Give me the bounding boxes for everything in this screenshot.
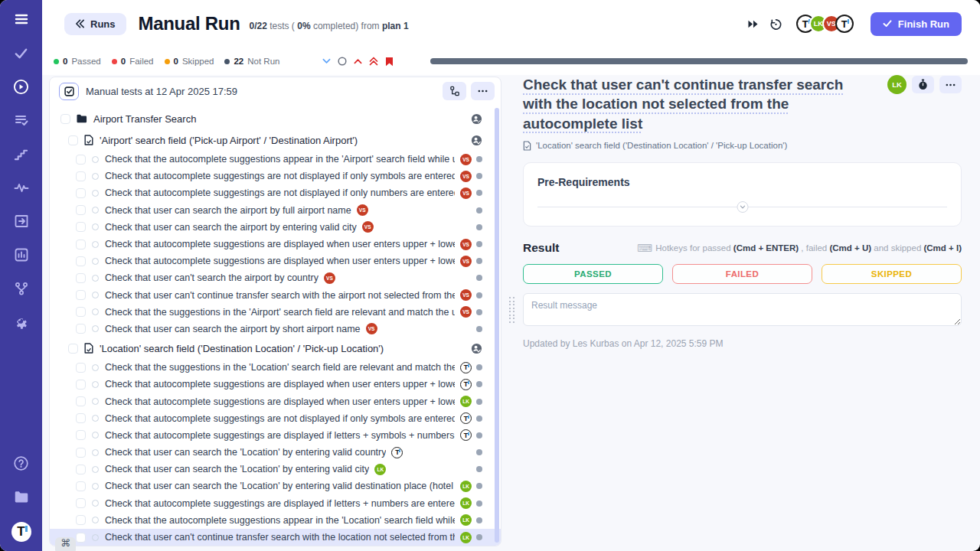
chevron-up-icon[interactable] <box>354 58 362 64</box>
help-icon[interactable] <box>13 455 30 471</box>
runs-play-icon[interactable] <box>13 78 30 95</box>
assignee-avatar-lk[interactable]: LK <box>374 464 386 475</box>
row-checkbox[interactable] <box>76 430 86 440</box>
row-checkbox[interactable] <box>76 222 86 232</box>
test-row[interactable]: Check that user can search the airport b… <box>50 321 501 337</box>
test-row[interactable]: Check that user can search the 'Location… <box>50 478 501 494</box>
passed-button[interactable]: PASSED <box>523 264 663 284</box>
test-row[interactable]: Check that autocomplete suggestions are … <box>50 236 501 253</box>
row-checkbox[interactable] <box>60 114 70 124</box>
assignee-avatar-lk[interactable]: LK <box>460 497 472 509</box>
member-avatar-t[interactable]: T <box>835 15 854 33</box>
fast-forward-icon[interactable] <box>747 19 759 29</box>
status-chip-skipped[interactable]: 0Skipped <box>165 57 214 66</box>
assignee-avatar-lk[interactable]: LK <box>460 396 472 407</box>
assignee-avatar-vs[interactable]: VS <box>460 239 472 250</box>
panel-resize-handle[interactable] <box>509 297 514 323</box>
row-checkbox[interactable] <box>76 155 86 165</box>
assignee-avatar-lk[interactable]: LK <box>460 481 472 492</box>
folder-row[interactable]: Airport Transfer Search <box>50 108 501 129</box>
double-chevron-up-icon[interactable] <box>369 57 378 66</box>
test-row[interactable]: Check that autocomplete suggestings are … <box>50 410 501 427</box>
test-row[interactable]: Check that autocomplete suggestings are … <box>50 495 501 512</box>
test-row[interactable]: Check that the suggestions in the 'Airpo… <box>50 304 501 321</box>
test-row[interactable]: Check that autocomplete suggestings are … <box>50 168 501 184</box>
row-checkbox[interactable] <box>76 448 86 458</box>
tree-scrollbar[interactable] <box>495 108 499 543</box>
row-checkbox[interactable] <box>76 205 86 215</box>
chevron-down-icon[interactable] <box>322 58 331 64</box>
test-row[interactable]: Check that the autocomplete suggestions … <box>50 512 501 529</box>
assignee-avatar-vs[interactable]: VS <box>460 187 472 199</box>
status-chip-not-run[interactable]: 22Not Run <box>224 57 279 66</box>
projects-folder-icon[interactable] <box>13 488 30 505</box>
assignee-avatar-vs[interactable]: VS <box>324 272 335 284</box>
assign-all-icon[interactable] <box>471 343 482 354</box>
branch-icon[interactable] <box>13 280 30 297</box>
test-row[interactable]: Check that the autocomplete suggestions … <box>50 151 501 168</box>
assign-all-icon[interactable] <box>471 135 482 146</box>
settings-gear-icon[interactable] <box>13 314 30 331</box>
back-to-runs-button[interactable]: Runs <box>64 13 126 35</box>
menu-hamburger-icon[interactable] <box>13 11 30 28</box>
tree-view-button[interactable] <box>443 82 466 100</box>
test-row[interactable]: Check that autocomplete suggestings are … <box>50 184 501 201</box>
assignee-avatar-vs[interactable]: VS <box>460 154 472 165</box>
row-checkbox[interactable] <box>76 481 86 491</box>
assignee-avatar-t[interactable]: T <box>460 379 472 390</box>
assignee-avatar-vs[interactable]: VS <box>460 306 472 318</box>
row-checkbox[interactable] <box>76 290 86 300</box>
test-row[interactable]: Check that user can't continue transfer … <box>50 529 501 546</box>
row-checkbox[interactable] <box>76 188 86 198</box>
row-checkbox[interactable] <box>76 324 86 334</box>
row-checkbox[interactable] <box>76 533 86 543</box>
suite-breadcrumb[interactable]: 'Location' search field ('Destination Lo… <box>523 141 962 151</box>
expand-toggle-icon[interactable] <box>737 201 748 213</box>
plans-list-check-icon[interactable] <box>13 112 30 129</box>
bookmark-icon[interactable] <box>385 57 394 67</box>
detail-more-button[interactable] <box>939 76 962 93</box>
status-chip-failed[interactable]: 0Failed <box>112 57 154 66</box>
row-checkbox[interactable] <box>76 256 86 266</box>
test-row[interactable]: Check that user can search the airport b… <box>50 219 501 236</box>
timer-icon[interactable] <box>769 18 782 31</box>
row-checkbox[interactable] <box>76 413 86 423</box>
assignee-avatar-vs[interactable]: VS <box>460 289 472 301</box>
reports-chart-icon[interactable] <box>13 246 30 263</box>
test-row[interactable]: Check that user can't search the airport… <box>50 269 501 286</box>
row-checkbox[interactable] <box>68 135 78 145</box>
test-row[interactable]: Check that autocomplete suggestions are … <box>50 393 501 409</box>
assignee-avatar-vs[interactable]: VS <box>366 323 377 334</box>
row-checkbox[interactable] <box>76 273 86 283</box>
finish-run-button[interactable]: Finish Run <box>871 12 962 36</box>
test-row[interactable]: Check that autocomplete suggestings are … <box>50 427 501 444</box>
run-members-avatars[interactable]: TLKVST <box>796 15 854 33</box>
row-checkbox[interactable] <box>76 363 86 373</box>
row-checkbox[interactable] <box>76 380 86 390</box>
assignee-avatar-t[interactable]: T <box>460 429 472 441</box>
assignee-avatar-lk[interactable]: LK <box>460 532 472 543</box>
app-logo[interactable]: T <box>11 522 31 542</box>
assignee-avatar[interactable]: LK <box>887 75 906 94</box>
assignee-avatar-t[interactable]: T <box>460 412 472 424</box>
assign-all-icon[interactable] <box>471 113 482 125</box>
test-row[interactable]: Check that autocomplete suggestions are … <box>50 253 501 269</box>
import-icon[interactable] <box>13 213 30 230</box>
test-row[interactable]: Check that the suggestions in the 'Locat… <box>50 359 501 376</box>
failed-button[interactable]: FAILED <box>672 264 812 284</box>
circle-outline-icon[interactable] <box>338 57 347 66</box>
suite-row[interactable]: 'Location' search field ('Destination Lo… <box>50 337 501 359</box>
row-checkbox[interactable] <box>68 344 78 354</box>
tree-more-button[interactable] <box>471 82 495 100</box>
assignee-avatar-t[interactable]: T <box>391 447 403 458</box>
activity-pulse-icon[interactable] <box>13 179 30 196</box>
select-all-checkbox-button[interactable] <box>59 83 79 100</box>
row-checkbox[interactable] <box>76 171 86 181</box>
row-checkbox[interactable] <box>76 465 86 474</box>
row-checkbox[interactable] <box>76 498 86 508</box>
test-row[interactable]: Check that user can't continue transfer … <box>50 287 501 304</box>
row-checkbox[interactable] <box>76 515 86 525</box>
assignee-avatar-vs[interactable]: VS <box>460 256 472 267</box>
stopwatch-button[interactable] <box>912 76 934 93</box>
row-checkbox[interactable] <box>76 396 86 406</box>
